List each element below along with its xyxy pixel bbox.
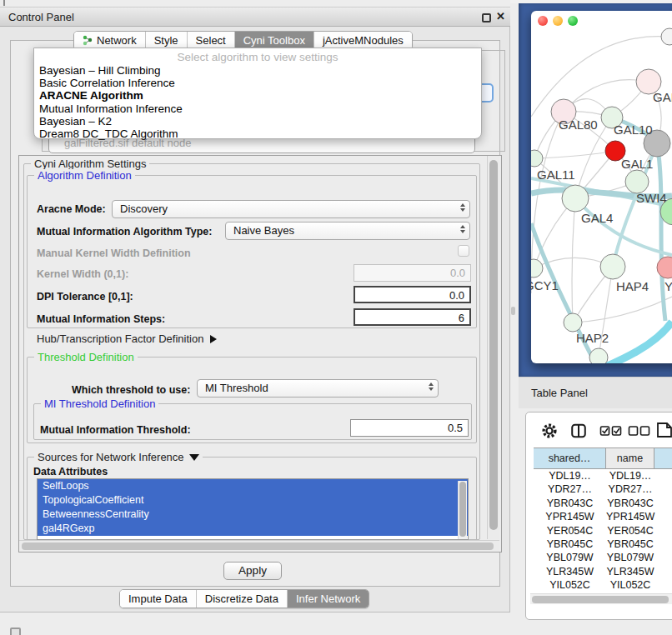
column-header-partial[interactable] [654,448,672,469]
list-item[interactable]: gal4RGexp [38,522,468,536]
list-item[interactable]: BetweennessCentrality [38,508,468,522]
group-title: Algorithm Definition [34,169,135,182]
group-title: Cyni Algorithm Settings [31,158,149,170]
tab-infer-network[interactable]: Infer Network [287,590,369,608]
list-item[interactable]: TopologicalCoefficient [38,493,468,508]
dpi-tolerance-field[interactable]: 0.0 [354,286,471,303]
table-cell [654,551,672,564]
table-cell: 8. [654,524,672,538]
network-window[interactable]: GAL GAL80 GAL10 GAL1 GAL11 SWI4 GAL4 GCY… [531,11,672,363]
scrollbar-thumb[interactable] [22,542,494,550]
float-window-icon[interactable] [482,13,491,22]
node-label: GAL11 [537,168,575,182]
function-builder-icon[interactable] [656,422,672,438]
mi-threshold-field[interactable]: 0.5 [350,419,469,437]
table-cell: YBR045C [606,538,654,551]
table-window: shared… name YDL19…YDL19…13YDR27…YDR27…1… [525,412,672,620]
tab-impute-data[interactable]: Impute Data [120,590,196,608]
table-row[interactable]: YBR045CYBR045C9. [534,538,672,551]
node-hap2[interactable] [564,313,582,332]
gear-icon[interactable] [541,422,558,439]
node-hap4[interactable] [600,254,625,279]
table-row[interactable]: YPR145WYPR145W9. [534,510,672,523]
tab-label: Style [154,34,178,47]
aracne-mode-combobox[interactable]: Discovery [112,200,470,218]
node-label: HAP2 [576,331,609,345]
table-cell: YIL052C [534,578,606,589]
column-header-shared-name[interactable]: shared… [534,448,606,469]
node-gal1[interactable] [625,170,649,193]
dropdown-item-mutual-information[interactable]: Mutual Information Inference [34,102,481,115]
network-desktop: GAL GAL80 GAL10 GAL1 GAL11 SWI4 GAL4 GCY… [519,3,672,377]
close-icon[interactable]: ✕ [496,10,505,22]
which-threshold-combobox[interactable]: MI Threshold [197,379,439,398]
node-gcy1[interactable] [531,259,543,278]
table-cell: YDL19… [606,469,654,482]
table-cell: 9. [654,538,672,551]
table-cell: YBR043C [606,497,654,510]
tab-style[interactable]: Style [145,32,187,49]
table-body: YDL19…YDL19…13YDR27…YDR27…12YBR043CYBR04… [534,469,672,589]
manual-kernel-label: Manual Kernel Width Definition [37,248,191,259]
table-row[interactable]: YBL079WYBL079W [534,551,672,564]
show-columns-icon[interactable] [570,422,587,439]
deselect-all-columns-icon[interactable] [628,425,651,437]
apply-button[interactable]: Apply [223,562,282,580]
kernel-width-field[interactable]: 0.0 [354,264,471,282]
dropdown-item-dream8[interactable]: Dream8 DC_TDC Algorithm [34,128,481,140]
scrollbar-thumb[interactable] [489,160,498,530]
table-cell: YDL19… [534,469,606,482]
manual-kernel-checkbox[interactable] [458,245,469,257]
tab-jactivemnodules[interactable]: jActiveMNodules [313,32,412,49]
settings-horizontal-scrollbar[interactable] [19,540,499,551]
table-row[interactable]: YDL19…YDL19…13 [534,469,672,482]
tab-select[interactable]: Select [187,32,234,49]
sources-label: Sources for Network Inference [38,451,184,463]
combo-value: Discovery [120,202,168,215]
node-partial-bottom[interactable] [589,348,608,363]
table-cell: 12 [654,482,672,496]
network-canvas[interactable]: GAL GAL80 GAL10 GAL1 GAL11 SWI4 GAL4 GCY… [531,11,672,363]
table-panel-header: Table Panel [519,377,672,408]
panel-splitter-handle[interactable] [511,307,515,315]
sources-title[interactable]: Sources for Network Inference [34,451,203,463]
combo-arrows-icon [429,382,434,391]
mi-threshold-label: Mutual Information Threshold: [40,424,191,436]
table-row[interactable]: YBR043CYBR043C [534,497,672,510]
table-row[interactable]: YLR345WYLR345W9. [534,565,672,578]
minimized-panel-icon[interactable] [10,628,21,635]
dropdown-item-bayesian-k2[interactable]: Bayesian – K2 [34,115,481,128]
table-row[interactable]: YER054CYER054C8. [534,524,672,538]
select-all-columns-icon[interactable] [599,425,623,437]
node-gal4[interactable] [562,185,589,212]
tab-label: Discretize Data [205,592,278,605]
mi-type-label: Mutual Information Algorithm Type: [37,226,212,238]
tab-discretize-data[interactable]: Discretize Data [196,590,287,608]
dropdown-prompt: Select algorithm to view settings [34,51,481,64]
control-panel-titlebar[interactable]: Control Panel ✕ [0,7,510,27]
table-cell [654,497,672,510]
dropdown-item-aracne[interactable]: ARACNE Algorithm [34,89,481,102]
node-partial-top[interactable] [661,28,672,45]
algorithm-dropdown-popup: Select algorithm to view settings Bayesi… [33,48,482,139]
column-header-name[interactable]: name [606,448,654,469]
dropdown-item-bayesian-hill-climbing[interactable]: Bayesian – Hill Climbing [34,64,481,77]
mi-steps-label: Mutual Information Steps: [37,313,165,325]
table-row[interactable]: YDR27…YDR27…12 [534,482,672,496]
scrollbar-thumb[interactable] [532,596,669,603]
settings-vertical-scrollbar[interactable] [487,156,499,539]
node-label: GAL1 [621,157,653,171]
list-scrollbar[interactable] [458,481,467,539]
table-horizontal-scrollbar[interactable] [530,593,672,604]
node-salmon[interactable] [657,257,672,278]
table-row[interactable]: YIL052CYIL052C9 [534,578,672,589]
mi-type-combobox[interactable]: Naive Bayes [225,222,470,240]
table-cell: 9. [654,510,672,523]
tab-cyni-toolbox[interactable]: Cyni Toolbox [234,32,313,49]
tab-network[interactable]: Network [74,32,145,49]
mi-steps-field[interactable]: 6 [354,308,471,326]
dropdown-item-basic-correlation[interactable]: Basic Correlation Inference [34,77,481,89]
node-label: Y [664,279,672,293]
list-item[interactable]: SelfLoops [38,479,468,493]
hub-section-toggle[interactable]: Hub/Transcription Factor Definition [37,332,217,345]
